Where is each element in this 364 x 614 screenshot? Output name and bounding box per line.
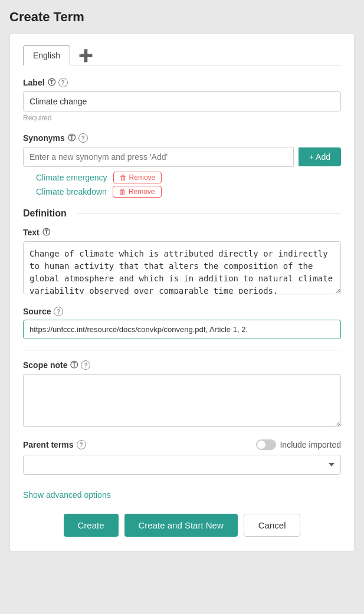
- text-field-label: Text Ⓣ: [23, 227, 341, 238]
- cancel-button[interactable]: Cancel: [244, 514, 301, 537]
- parent-terms-label: Parent terms ?: [23, 440, 86, 449]
- synonym-input[interactable]: [23, 147, 294, 167]
- page-title: Create Term: [9, 9, 355, 25]
- label-help-icon[interactable]: ?: [58, 78, 68, 87]
- scope-textarea[interactable]: [23, 374, 341, 427]
- parent-terms-help-icon[interactable]: ?: [77, 440, 86, 449]
- synonyms-translate-icon: Ⓣ: [68, 133, 76, 143]
- synonyms-field-label: Synonyms Ⓣ ?: [23, 133, 341, 143]
- definition-section: Definition Text Ⓣ Change of climate whic…: [23, 208, 341, 339]
- scope-label: Scope note Ⓣ ?: [23, 360, 341, 370]
- required-hint: Required: [23, 114, 341, 122]
- label-section: Label Ⓣ ? Required: [23, 77, 341, 122]
- synonym-input-row: + Add: [23, 147, 341, 167]
- list-item: Climate breakdown 🗑 Remove: [36, 186, 341, 198]
- source-help-icon[interactable]: ?: [54, 307, 63, 316]
- footer-buttons: Create Create and Start New Cancel: [23, 514, 341, 537]
- label-input[interactable]: [23, 91, 341, 111]
- scope-help-icon[interactable]: ?: [81, 360, 90, 370]
- include-imported-toggle: Include imported: [256, 439, 341, 450]
- remove-synonym-button[interactable]: 🗑 Remove: [113, 186, 162, 198]
- synonym-text: Climate breakdown: [36, 187, 107, 196]
- trash-icon: 🗑: [120, 173, 127, 182]
- advanced-options-section: Show advanced options: [23, 485, 341, 500]
- scope-section: Scope note Ⓣ ?: [23, 360, 341, 429]
- scope-translate-icon: Ⓣ: [70, 360, 78, 370]
- include-imported-label: Include imported: [280, 440, 341, 449]
- definition-title: Definition: [23, 208, 341, 219]
- tab-english[interactable]: English: [23, 45, 70, 65]
- add-tab-button[interactable]: ➕: [75, 48, 97, 63]
- remove-synonym-button[interactable]: 🗑 Remove: [113, 172, 162, 183]
- create-and-start-new-button[interactable]: Create and Start New: [124, 514, 238, 537]
- tab-bar: English ➕: [23, 45, 341, 65]
- source-section: Source ?: [23, 307, 341, 339]
- synonym-list: Climate emergency 🗑 Remove Climate break…: [23, 172, 341, 198]
- show-advanced-link[interactable]: Show advanced options: [23, 490, 111, 500]
- source-input[interactable]: [23, 320, 341, 339]
- label-translate-icon: Ⓣ: [48, 77, 55, 88]
- add-synonym-button[interactable]: + Add: [299, 147, 341, 166]
- parent-terms-dropdown[interactable]: [23, 455, 341, 475]
- label-field-label: Label Ⓣ ?: [23, 77, 341, 88]
- source-label: Source ?: [23, 307, 341, 316]
- synonyms-section: Synonyms Ⓣ ? + Add Climate emergency 🗑 R…: [23, 133, 341, 198]
- include-imported-switch[interactable]: [256, 439, 276, 450]
- create-button[interactable]: Create: [64, 514, 119, 537]
- divider: [23, 350, 341, 350]
- synonyms-help-icon[interactable]: ?: [78, 133, 88, 143]
- trash-icon: 🗑: [119, 188, 126, 196]
- synonym-text: Climate emergency: [36, 173, 107, 182]
- text-field-section: Text Ⓣ Change of climate which is attrib…: [23, 227, 341, 296]
- list-item: Climate emergency 🗑 Remove: [36, 172, 341, 183]
- text-translate-icon: Ⓣ: [42, 227, 50, 238]
- parent-terms-section: Parent terms ? Include imported: [23, 439, 341, 475]
- definition-text-area[interactable]: Change of climate which is attributed di…: [23, 241, 341, 294]
- parent-terms-header: Parent terms ? Include imported: [23, 439, 341, 450]
- create-term-card: English ➕ Label Ⓣ ? Required Synonyms Ⓣ …: [9, 33, 355, 551]
